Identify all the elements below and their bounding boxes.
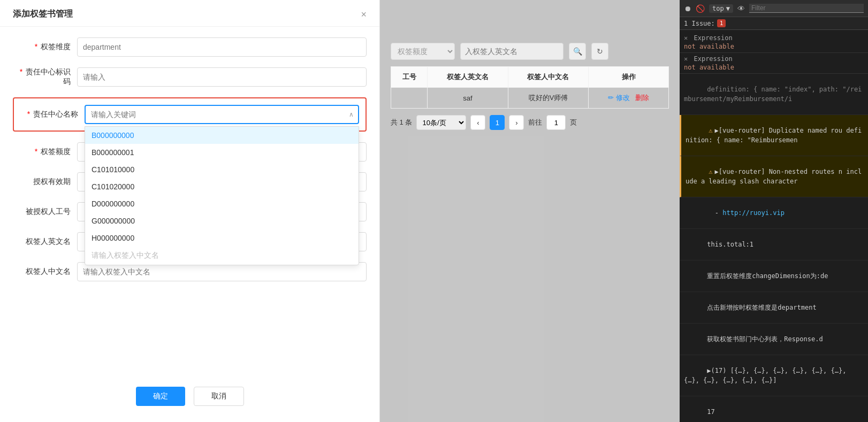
log-line-4: this.total:1	[680, 229, 868, 260]
devtools-context-selector[interactable]: top ▼	[709, 4, 733, 13]
modal-dialog: 添加权签书管理 × * 权签维度 * 责任中心标识码 * 责任中心名称	[0, 0, 380, 422]
delete-action-btn[interactable]: 删除	[635, 94, 649, 102]
devtools-toolbar: ⏺ 🚫 top ▼ 👁	[680, 0, 868, 17]
log-line-1: ⚠▶[vue-router] Duplicate named rou defin…	[680, 115, 868, 156]
cancel-button[interactable]: 取消	[194, 387, 244, 406]
close-expr-2-btn[interactable]: ✕	[684, 55, 688, 63]
table-header-row: 工号 权签人英文名 权签人中文名 操作	[391, 67, 669, 88]
dimension-label: * 权签维度	[13, 42, 77, 52]
prev-page-btn[interactable]: ‹	[470, 115, 485, 130]
goto-label: 前往	[528, 118, 542, 127]
responsibility-name-input[interactable]	[85, 105, 359, 124]
devtools-record-icon[interactable]: ⏺	[684, 4, 691, 13]
bg-amount-select[interactable]: 权签额度	[391, 43, 455, 60]
signer-en-label: 权签人英文名	[13, 237, 77, 247]
confirm-button[interactable]: 确定	[136, 387, 185, 406]
modal-close-btn[interactable]: ×	[361, 10, 367, 19]
responsibility-name-row: * 责任中心名称 ∧ B000000000 B000000001 C101010…	[20, 105, 359, 124]
search-icon: 🔍	[573, 47, 582, 56]
expression-1: ✕ Expression not available	[680, 32, 868, 53]
modal-body: * 权签维度 * 责任中心标识码 * 责任中心名称 ∧	[0, 27, 379, 303]
log-line-6: 点击新增按时权签维度是department	[680, 292, 868, 324]
next-page-btn[interactable]: ›	[509, 115, 524, 130]
per-page-select[interactable]: 10条/页	[416, 115, 466, 130]
responsibility-code-input[interactable]	[77, 67, 367, 87]
log-line-9: 17	[680, 396, 868, 422]
expression-value-2: not available	[684, 64, 864, 71]
responsibility-code-row: * 责任中心标识码	[13, 67, 367, 87]
page-1-btn[interactable]: 1	[490, 115, 505, 130]
issues-label: 1 Issue:	[684, 20, 715, 27]
required-star-2: *	[20, 67, 22, 76]
amount-label: * 权签额度	[13, 147, 77, 157]
dropdown-item-4[interactable]: D000000000	[85, 195, 359, 212]
validity-label: 授权有效期	[13, 177, 77, 187]
expression-label-2: ✕ Expression	[684, 55, 864, 63]
dimension-row: * 权签维度	[13, 37, 367, 57]
cell-actions: ✏ 修改 删除	[589, 88, 669, 109]
dropdown-item-0[interactable]: B000000000	[85, 127, 359, 144]
pagination: 共 1 条 10条/页 ‹ 1 › 前往 页	[391, 115, 669, 130]
required-star-4: *	[35, 147, 37, 156]
modal-title: 添加权签书管理	[13, 9, 73, 20]
goto-page-input[interactable]	[546, 115, 566, 130]
responsibility-name-label: * 责任中心名称	[20, 110, 85, 119]
dropdown-chevron-up-icon: ∧	[349, 111, 354, 118]
ruoyi-link[interactable]: http://ruoyi.vip	[722, 209, 785, 217]
responsibility-name-dropdown-list: B000000000 B000000001 C101010000 C101020…	[85, 126, 359, 265]
responsibility-code-label: * 责任中心标识码	[13, 67, 77, 87]
log-line-3: - http://ruoyi.vip	[680, 197, 868, 229]
cell-id	[391, 88, 428, 109]
dropdown-item-3[interactable]: C101020000	[85, 178, 359, 195]
dropdown-arrow-icon: ▼	[726, 5, 730, 12]
devtools-panel: ⏺ 🚫 top ▼ 👁 1 Issue: 1 ✕ Expression not …	[680, 0, 868, 422]
dropdown-item-7[interactable]: 请输入权签入中文名	[85, 247, 359, 265]
cell-signer-en: saf	[428, 88, 508, 109]
devtools-content: ✕ Expression not available ✕ Expression …	[680, 30, 868, 422]
expression-label-1: ✕ Expression	[684, 34, 864, 42]
bg-search-icon-btn[interactable]: 🔍	[569, 43, 586, 60]
required-star: *	[35, 42, 37, 51]
col-signer-cn: 权签人中文名	[508, 67, 589, 88]
log-line-8: ▶(17) [{…}, {…}, {…}, {…}, {…}, {…}, {…}…	[680, 355, 868, 396]
responsibility-name-dropdown-wrap: ∧ B000000000 B000000001 C101010000 C1010…	[85, 105, 359, 124]
dropdown-item-5[interactable]: G000000000	[85, 212, 359, 229]
bg-search-input[interactable]	[460, 43, 564, 60]
bg-table: 工号 权签人英文名 权签人中文名 操作 saf 哎好的V师傅 ✏ 修改 删除	[391, 66, 669, 109]
responsibility-name-section: * 责任中心名称 ∧ B000000000 B000000001 C101010…	[13, 97, 367, 132]
devtools-issues-bar: 1 Issue: 1	[680, 17, 868, 30]
table-row: saf 哎好的V师傅 ✏ 修改 删除	[391, 88, 669, 109]
log-line-7: 获取权签书部门中心列表，Response.d	[680, 324, 868, 355]
close-expr-1-btn[interactable]: ✕	[684, 34, 688, 42]
issues-count-badge: 1	[717, 19, 726, 27]
refresh-icon: ↻	[597, 47, 603, 56]
expression-2: ✕ Expression not available	[680, 53, 868, 74]
col-actions: 操作	[589, 67, 669, 88]
col-id: 工号	[391, 67, 428, 88]
devtools-top-text: top	[712, 5, 724, 12]
signer-cn-label: 权签人中文名	[13, 267, 77, 277]
dropdown-item-2[interactable]: C101010000	[85, 161, 359, 178]
total-count: 共 1 条	[391, 118, 412, 127]
dropdown-item-1[interactable]: B000000001	[85, 144, 359, 161]
log-line-2: ⚠▶[vue-router] Non-nested routes n inclu…	[680, 156, 868, 197]
log-line-0: definition: { name: "index", path: "/rei…	[680, 74, 868, 115]
dropdown-item-6[interactable]: H000000000	[85, 229, 359, 247]
edit-action-btn[interactable]: ✏ 修改	[608, 94, 630, 102]
expression-value-1: not available	[684, 43, 864, 50]
devtools-block-icon[interactable]: 🚫	[696, 4, 705, 13]
dimension-input[interactable]	[77, 37, 367, 57]
background-table-area: 权签额度 🔍 ↻ 工号 权签人英文名 权签人中文名 操作 saf 哎好的V师傅	[380, 0, 680, 422]
devtools-filter-input[interactable]	[749, 4, 864, 13]
bg-filter-row: 权签额度 🔍 ↻	[391, 43, 669, 60]
authorized-id-label: 被授权人工号	[13, 207, 77, 217]
page-label: 页	[570, 118, 577, 127]
devtools-eye-icon[interactable]: 👁	[737, 4, 745, 13]
cell-signer-cn: 哎好的V师傅	[508, 88, 589, 109]
required-star-3: *	[27, 110, 30, 118]
col-signer-en: 权签人英文名	[428, 67, 508, 88]
modal-header: 添加权签书管理 ×	[0, 0, 379, 27]
modal-footer: 确定 取消	[0, 387, 379, 406]
bg-refresh-icon-btn[interactable]: ↻	[591, 43, 608, 60]
log-line-5: 重置后权签维度changeDimension为:de	[680, 260, 868, 292]
